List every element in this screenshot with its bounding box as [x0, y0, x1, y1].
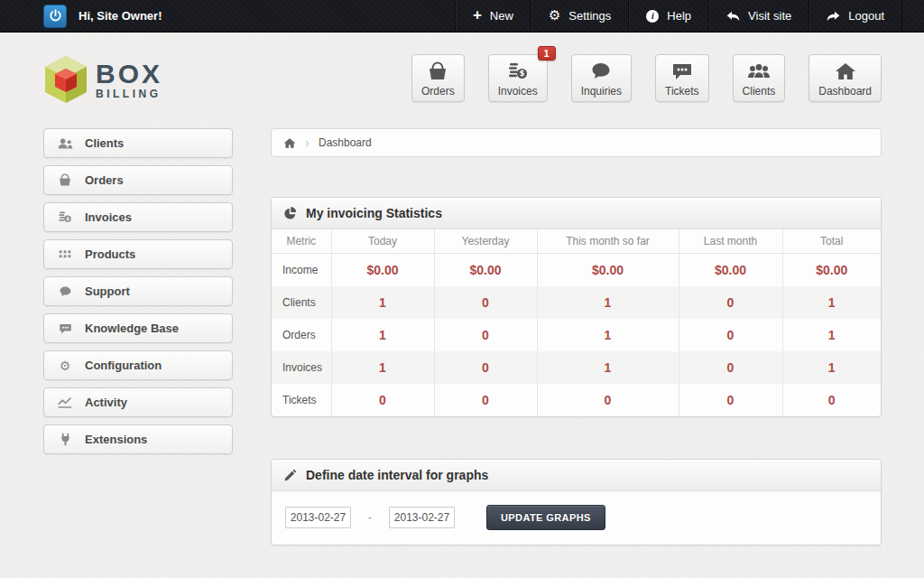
chat-square-icon — [671, 60, 693, 83]
power-button[interactable] — [43, 5, 67, 28]
sidebar-item-label: Configuration — [85, 359, 162, 372]
table-cell: $0.00 — [679, 254, 782, 287]
topbar-menu: + New ⚙ Settings i Help Visit site Logou… — [455, 0, 902, 32]
cube-logo-icon — [43, 54, 88, 105]
table-cell: 0 — [434, 384, 537, 416]
table-cell: 1 — [537, 351, 679, 384]
people-icon — [57, 137, 73, 150]
topbar-item-logout[interactable]: Logout — [808, 0, 902, 32]
quick-button-invoices[interactable]: 1 $ Invoices — [488, 54, 548, 102]
speech-bubble-icon — [57, 285, 73, 298]
sidebar-item-configuration[interactable]: ⚙ Configuration — [43, 350, 233, 380]
greeting-text: Hi, Site Owner! — [79, 9, 162, 23]
table-row-income: Income $0.00 $0.00 $0.00 $0.00 $0.00 — [272, 254, 881, 287]
table-cell: 0 — [331, 384, 434, 416]
table-cell: 0 — [679, 286, 782, 319]
table-cell: 0 — [434, 351, 537, 384]
date-from-input[interactable] — [285, 507, 351, 528]
reply-arrow-icon — [726, 11, 740, 22]
sidebar-item-support[interactable]: Support — [43, 276, 233, 306]
date-panel-header: Define date interval for graphs — [272, 460, 881, 491]
table-cell: 1 — [537, 286, 679, 319]
quick-button-label: Orders — [421, 85, 455, 98]
chevron-right-icon: › — [305, 135, 310, 150]
table-header-row: Metric Today Yesterday This month so far… — [272, 229, 881, 254]
column-header: Yesterday — [434, 229, 537, 254]
boxbilling-logo[interactable]: BOX BILLING — [43, 54, 162, 105]
table-cell: $0.00 — [782, 254, 881, 287]
metric-label: Clients — [272, 286, 331, 319]
sidebar-item-label: Extensions — [85, 433, 147, 446]
quick-button-label: Dashboard — [818, 85, 872, 98]
invoicing-statistics-panel: My invoicing Statistics Metric Today Yes… — [271, 197, 882, 417]
quick-button-label: Tickets — [665, 85, 699, 98]
sidebar-item-extensions[interactable]: Extensions — [43, 424, 233, 454]
topbar-item-label: Logout — [848, 9, 884, 23]
content: Clients Orders $ Invoices Products Suppo… — [0, 119, 924, 578]
table-cell: 0 — [679, 319, 782, 351]
breadcrumb: › Dashboard — [271, 128, 882, 157]
table-cell: 0 — [434, 319, 537, 351]
topbar-item-label: Visit site — [748, 9, 791, 23]
table-row-clients: Clients 1 0 1 0 1 — [272, 286, 881, 319]
table-cell: 0 — [679, 351, 782, 384]
logo-text: BOX BILLING — [96, 61, 162, 99]
logo-line2: BILLING — [96, 89, 162, 99]
table-cell: 1 — [331, 286, 434, 319]
coins-icon: $ — [507, 60, 529, 83]
topbar-item-new[interactable]: + New — [455, 0, 531, 32]
sidebar-item-orders[interactable]: Orders — [43, 165, 233, 195]
sidebar-item-clients[interactable]: Clients — [43, 128, 233, 158]
date-range-separator: - — [368, 511, 372, 524]
sidebar-item-invoices[interactable]: $ Invoices — [43, 202, 233, 232]
pen-icon — [283, 469, 297, 482]
sidebar-item-products[interactable]: Products — [43, 239, 233, 269]
quick-button-dashboard[interactable]: Dashboard — [808, 54, 882, 102]
date-interval-panel: Define date interval for graphs - UPDATE… — [271, 459, 882, 545]
update-graphs-button[interactable]: UPDATE GRAPHS — [486, 505, 605, 530]
table-row-invoices: Invoices 1 0 1 0 1 — [272, 351, 881, 384]
quick-button-tickets[interactable]: Tickets — [655, 54, 709, 102]
pie-chart-icon — [283, 207, 297, 220]
quick-button-orders[interactable]: Orders — [411, 54, 465, 102]
table-cell: 1 — [331, 351, 434, 384]
date-to-input[interactable] — [389, 507, 455, 528]
sidebar-item-label: Support — [85, 284, 130, 298]
quick-button-label: Inquiries — [581, 85, 622, 98]
svg-text:$: $ — [519, 70, 524, 78]
quick-button-label: Invoices — [498, 85, 538, 98]
topbar-item-settings[interactable]: ⚙ Settings — [531, 0, 628, 32]
panel-title: Define date interval for graphs — [306, 468, 488, 482]
stats-panel-header: My invoicing Statistics — [272, 198, 881, 229]
plus-icon: + — [473, 7, 482, 23]
gear-icon: ⚙ — [57, 359, 73, 372]
topbar-item-visit-site[interactable]: Visit site — [708, 0, 808, 32]
column-header: This month so far — [537, 229, 679, 254]
sidebar: Clients Orders $ Invoices Products Suppo… — [43, 128, 233, 461]
home-icon[interactable] — [283, 137, 296, 149]
basket-icon — [57, 173, 73, 187]
table-cell: 0 — [782, 384, 881, 416]
column-header: Today — [331, 229, 434, 254]
gear-icon: ⚙ — [549, 9, 560, 23]
house-icon — [835, 60, 856, 83]
sidebar-item-activity[interactable]: Activity — [43, 387, 233, 417]
plug-icon — [57, 433, 73, 446]
column-header: Last month — [679, 229, 782, 254]
quick-menu: Orders 1 $ Invoices Inquiries Tickets C — [411, 54, 882, 102]
topbar-item-label: Settings — [568, 9, 611, 23]
speech-bubble-icon — [590, 60, 612, 83]
date-panel-body: - UPDATE GRAPHS — [272, 491, 881, 545]
topbar-item-help[interactable]: i Help — [628, 0, 708, 32]
table-row-tickets: Tickets 0 0 0 0 0 — [272, 384, 881, 416]
sidebar-item-knowledge-base[interactable]: Knowledge Base — [43, 313, 233, 343]
table-cell: 1 — [782, 351, 881, 384]
info-icon: i — [646, 10, 659, 23]
topbar-item-label: Help — [667, 9, 691, 23]
line-chart-icon — [57, 396, 73, 408]
people-group-icon — [747, 60, 771, 83]
quick-button-inquiries[interactable]: Inquiries — [571, 54, 632, 102]
chat-square-icon — [57, 322, 73, 335]
quick-button-clients[interactable]: Clients — [733, 54, 786, 102]
sidebar-item-label: Invoices — [85, 210, 132, 224]
